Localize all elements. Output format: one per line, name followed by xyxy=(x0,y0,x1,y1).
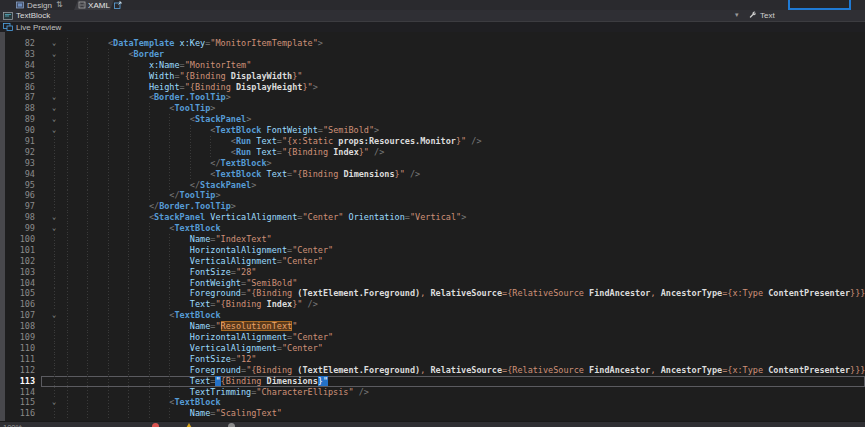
indent-guide xyxy=(149,103,169,114)
error-icon[interactable] xyxy=(152,423,159,427)
code-line[interactable]: 109HorizontalAlignment="Center" xyxy=(0,332,865,343)
code-line[interactable]: 112Foreground="{Binding (TextElement.For… xyxy=(0,365,865,376)
indent-guide xyxy=(169,365,189,376)
indent-guide xyxy=(128,103,148,114)
live-preview-label[interactable]: Live Preview xyxy=(16,23,61,32)
indent-guide xyxy=(108,60,128,71)
code-line[interactable]: 95</StackPanel> xyxy=(0,180,865,191)
zoom-level-label[interactable]: 100% xyxy=(3,423,22,427)
code-line[interactable]: 90⌄<TextBlock FontWeight="SemiBold"> xyxy=(0,125,865,136)
indent-guide xyxy=(128,60,148,71)
fold-collapse-icon[interactable]: ⌄ xyxy=(41,223,67,234)
code-text: <Run Text="{x:Static props:Resources.Mon… xyxy=(67,136,865,147)
code-line[interactable]: 91<Run Text="{x:Static props:Resources.M… xyxy=(0,136,865,147)
code-line[interactable]: 108Name="ResolutionText" xyxy=(0,321,865,332)
indent-guide xyxy=(108,169,128,180)
indent-guide xyxy=(67,299,87,310)
fold-collapse-icon[interactable]: ⌄ xyxy=(41,49,67,60)
code-line[interactable]: 88⌄<ToolTip> xyxy=(0,103,865,114)
indent-guide xyxy=(149,158,169,169)
indent-guide xyxy=(128,71,148,82)
code-line[interactable]: 99⌄<TextBlock xyxy=(0,223,865,234)
fold-collapse-icon[interactable]: ⌄ xyxy=(41,92,67,103)
code-line[interactable]: 93</TextBlock> xyxy=(0,158,865,169)
code-line[interactable]: 110VerticalAlignment="Center" xyxy=(0,343,865,354)
code-line[interactable]: 103FontSize="28" xyxy=(0,267,865,278)
indent-guide xyxy=(149,321,169,332)
code-text: <StackPanel> xyxy=(67,114,865,125)
fold-collapse-icon[interactable]: ⌄ xyxy=(41,310,67,321)
code-line[interactable]: 100Name="IndexText" xyxy=(0,234,865,245)
indent-guide xyxy=(190,125,210,136)
fold-region-guide xyxy=(41,60,67,71)
code-line[interactable]: 82⌄<DataTemplate x:Key="MonitorItemTempl… xyxy=(0,38,865,49)
line-number: 116 xyxy=(0,408,41,419)
code-line[interactable]: 107⌄<TextBlock xyxy=(0,310,865,321)
indent-guide xyxy=(87,365,107,376)
indent-guide xyxy=(169,125,189,136)
code-line[interactable]: 102VerticalAlignment="Center" xyxy=(0,256,865,267)
line-number: 114 xyxy=(0,387,41,398)
code-line[interactable]: 86Height="{Binding DisplayHeight}"> xyxy=(0,82,865,93)
code-text: <ToolTip> xyxy=(67,103,865,114)
indent-guide xyxy=(87,408,107,419)
fold-collapse-icon[interactable]: ⌄ xyxy=(41,114,67,125)
code-editor[interactable]: 82⌄<DataTemplate x:Key="MonitorItemTempl… xyxy=(0,32,865,421)
indent-guide xyxy=(87,354,107,365)
code-line[interactable]: 113Text="{Binding Dimensions}" xyxy=(0,376,865,387)
indent-guide xyxy=(87,256,107,267)
code-text: Text="{Binding Index}" /> xyxy=(67,299,865,310)
fold-collapse-icon[interactable]: ⌄ xyxy=(41,103,67,114)
code-text: VerticalAlignment="Center" xyxy=(67,256,865,267)
code-line[interactable]: 104FontWeight="SemiBold" xyxy=(0,278,865,289)
code-line[interactable]: 92<Run Text="{Binding Index}" /> xyxy=(0,147,865,158)
indent-guide xyxy=(169,408,189,419)
fold-region-guide xyxy=(41,158,67,169)
code-line[interactable]: 106Text="{Binding Index}" /> xyxy=(0,299,865,310)
indent-guide xyxy=(87,201,107,212)
indent-guide xyxy=(87,71,107,82)
indent-guide xyxy=(67,223,87,234)
indent-guide xyxy=(108,299,128,310)
code-line[interactable]: 87⌄<Border.ToolTip> xyxy=(0,92,865,103)
code-line[interactable]: 98⌄<StackPanel VerticalAlignment="Center… xyxy=(0,212,865,223)
fold-collapse-icon[interactable]: ⌄ xyxy=(41,397,67,408)
indent-guide xyxy=(108,310,128,321)
breadcrumb-element-name[interactable]: TextBlock xyxy=(16,11,50,20)
code-line[interactable]: 114TextTrimming="CharacterEllipsis" /> xyxy=(0,387,865,398)
live-preview-icon xyxy=(3,23,13,31)
chevron-down-icon[interactable]: ▾ xyxy=(735,11,739,19)
fold-collapse-icon[interactable]: ⌄ xyxy=(41,38,67,49)
code-line[interactable]: 85Width="{Binding DisplayWidth}" xyxy=(0,71,865,82)
message-icon[interactable] xyxy=(228,423,235,427)
fold-collapse-icon[interactable]: ⌄ xyxy=(41,212,67,223)
code-line[interactable]: 101HorizontalAlignment="Center" xyxy=(0,245,865,256)
code-line[interactable]: 115⌄<TextBlock xyxy=(0,397,865,408)
fold-collapse-icon[interactable]: ⌄ xyxy=(41,125,67,136)
code-line[interactable]: 105Foreground="{Binding (TextElement.For… xyxy=(0,288,865,299)
code-line[interactable]: 94<TextBlock Text="{Binding Dimensions}"… xyxy=(0,169,865,180)
indent-guide xyxy=(108,190,128,201)
code-line[interactable]: 111FontSize="12" xyxy=(0,354,865,365)
tab-design[interactable]: Design xyxy=(16,0,52,10)
code-line[interactable]: 83⌄<Border xyxy=(0,49,865,60)
wrench-icon xyxy=(749,11,757,19)
indent-guide xyxy=(87,114,107,125)
warning-icon[interactable] xyxy=(185,423,193,427)
code-line[interactable]: 116Name="ScalingText" xyxy=(0,408,865,419)
indent-guide xyxy=(87,223,107,234)
indent-guide xyxy=(87,310,107,321)
line-number: 103 xyxy=(0,267,41,278)
swap-panes-icon[interactable]: ⇅ xyxy=(56,0,63,9)
indent-guide xyxy=(128,267,148,278)
tab-xaml[interactable]: XAML xyxy=(76,0,112,10)
code-line[interactable]: 89⌄<StackPanel> xyxy=(0,114,865,125)
code-line[interactable]: 84x:Name="MonitorItem" xyxy=(0,60,865,71)
code-line[interactable]: 97</Border.ToolTip> xyxy=(0,201,865,212)
indent-guide xyxy=(87,147,107,158)
code-line[interactable]: 96</ToolTip> xyxy=(0,190,865,201)
indent-guide xyxy=(108,114,128,125)
tab-xaml-label: XAML xyxy=(88,1,110,10)
popout-new-window-icon[interactable] xyxy=(114,1,122,9)
breadcrumb-property-context[interactable]: Text xyxy=(760,11,775,20)
